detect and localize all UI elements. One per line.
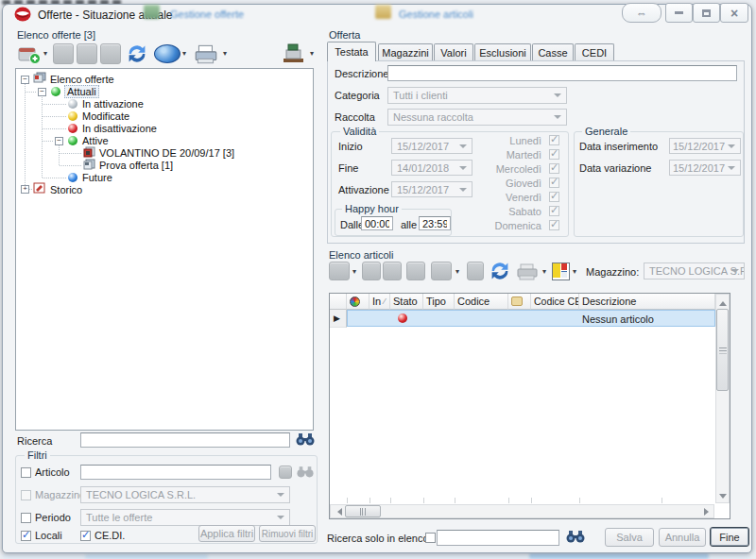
cash-register-caret-icon[interactable]: ▾ [310, 50, 314, 58]
article-tools-icon [431, 262, 452, 280]
compare-window-button[interactable]: ⇔ [622, 3, 662, 23]
h-scrollbar-thumb[interactable] [345, 505, 381, 517]
grid-codice-header[interactable]: Codice [455, 294, 508, 310]
blue-sphere-icon [68, 173, 77, 182]
delete-article-icon [383, 262, 402, 280]
articles-refresh-icon[interactable] [489, 260, 511, 282]
grid-column-tick [423, 498, 424, 503]
maximize-button[interactable] [693, 3, 720, 23]
scroll-down-icon[interactable] [719, 494, 727, 502]
cedi-checkbox[interactable] [80, 531, 91, 541]
inizio-label: Inizio [338, 141, 363, 153]
yellow-sphere-icon [68, 111, 77, 121]
articles-print-icon [515, 263, 540, 281]
articles-magazzino-label: Magazzino: [586, 266, 639, 279]
footer-search-input[interactable] [437, 530, 559, 546]
tree-expander-root[interactable]: − [21, 76, 29, 84]
tree-item-prova-offerta[interactable]: Prova offerta [1] [99, 160, 173, 171]
grid-column-tick [579, 498, 580, 503]
grid-column-tick [662, 498, 662, 503]
data-inserimento-label: Data inserimento [579, 141, 658, 153]
offers-list-group-label: Elenco offerte [3] [17, 29, 95, 41]
raccolta-label: Raccolta [335, 111, 375, 124]
tab-magazzini[interactable]: Magazzini [378, 43, 433, 60]
footer-binoculars-icon[interactable] [566, 530, 585, 544]
tree-expander-attuali[interactable]: − [38, 88, 46, 96]
grid-tipo-header[interactable]: Tipo [423, 294, 455, 310]
grid-empty-text: Nessun articolo [582, 313, 654, 326]
print-icon[interactable] [193, 43, 219, 64]
tree-item-in-disattivazione[interactable]: In disattivazione [82, 123, 157, 134]
tree-line [42, 93, 43, 178]
web-caret-icon[interactable]: ▾ [182, 50, 186, 58]
tab-cedi[interactable]: CEDI [575, 43, 614, 60]
new-offer-icon[interactable] [17, 42, 42, 65]
legend-colors-caret-icon[interactable]: ▾ [573, 268, 576, 276]
articolo-input[interactable] [80, 465, 271, 480]
grid-in-header[interactable]: In ⁄ [369, 294, 390, 310]
tree-item-in-attivazione[interactable]: In attivazione [82, 98, 144, 110]
cancel-button[interactable]: Annulla [659, 528, 706, 547]
alle-input[interactable] [419, 216, 451, 230]
apply-filters-button[interactable]: Applica filtri [198, 525, 255, 542]
close-button[interactable]: × [720, 3, 748, 23]
day-lunedi: Lunedì [477, 135, 541, 147]
background-tab-offerte-icon [144, 5, 160, 19]
scroll-right-icon[interactable] [704, 508, 713, 516]
new-offer-caret-icon[interactable]: ▾ [43, 50, 47, 58]
tab-valori[interactable]: Valori [434, 43, 473, 60]
grid-column-tick [508, 498, 509, 503]
footer-search-label: Ricerca solo in elenco [327, 533, 429, 545]
magazzino-select: TECNO LOGICA S.R.L. [80, 486, 290, 503]
v-scrollbar-thumb[interactable] [716, 309, 729, 391]
footer-search-checkbox[interactable] [425, 533, 436, 543]
scroll-up-icon[interactable] [719, 297, 727, 306]
grid-codice-cedi-header[interactable]: Codice CEDI [531, 294, 579, 310]
tab-testata[interactable]: Testata [327, 42, 376, 61]
tree-expander-attive[interactable]: − [55, 137, 63, 145]
edit-offer-icon [53, 43, 74, 64]
tree-item-modificate[interactable]: Modificate [82, 110, 129, 122]
articolo-checkbox[interactable] [21, 467, 31, 478]
tree-item-volantino[interactable]: VOLANTINO DE 20/09/17 [3] [99, 147, 234, 159]
scroll-left-icon[interactable] [334, 508, 342, 516]
binoculars-icon[interactable] [296, 432, 315, 447]
descrizione-input[interactable] [387, 65, 737, 81]
save-button[interactable]: Salva [605, 528, 654, 547]
h-scrollbar[interactable] [330, 504, 714, 518]
row-marker-icon: ▶ [334, 313, 340, 325]
edit-article-icon [362, 262, 381, 280]
articles-print-caret-icon: ▾ [542, 268, 546, 276]
dalle-input[interactable] [361, 216, 393, 230]
remove-filters-button[interactable]: Rimuovi filtri [259, 525, 316, 542]
search-input[interactable] [80, 432, 290, 448]
periodo-checkbox[interactable] [21, 513, 31, 523]
maximize-icon [702, 9, 711, 17]
tree-line [43, 128, 66, 129]
tree-item-storico[interactable]: Storico [50, 184, 82, 195]
refresh-icon[interactable] [126, 42, 148, 65]
grid-stato-header[interactable]: Stato [390, 294, 423, 310]
offer-prova-icon [83, 159, 96, 170]
fine-button[interactable]: Fine [710, 527, 749, 547]
legend-colors-icon[interactable] [552, 263, 570, 280]
tree-item-attuali[interactable]: Attuali [66, 86, 97, 97]
tree-item-future[interactable]: Future [82, 172, 112, 183]
cash-register-icon[interactable] [280, 42, 306, 64]
tree-item-elenco-offerte[interactable]: Elenco offerte [50, 74, 114, 85]
locali-label: Locali [35, 530, 62, 542]
tab-esclusioni[interactable]: Esclusioni [474, 43, 531, 60]
locali-checkbox[interactable] [21, 531, 31, 541]
print-caret-icon[interactable]: ▾ [223, 50, 227, 58]
day-giovedi: Giovedì [477, 178, 541, 190]
tree-expander-storico[interactable]: + [21, 185, 29, 194]
grid-descrizione-header[interactable]: Descrizione [579, 294, 715, 310]
tree-line [43, 141, 53, 142]
minimize-button[interactable] [665, 3, 693, 23]
background-tab-articoli-icon [375, 5, 391, 19]
search-label: Ricerca [17, 435, 52, 448]
tab-casse[interactable]: Casse [532, 43, 574, 60]
web-icon[interactable] [154, 44, 180, 63]
tree-item-attive[interactable]: Attive [82, 135, 109, 146]
grid-column-tick [390, 498, 391, 503]
